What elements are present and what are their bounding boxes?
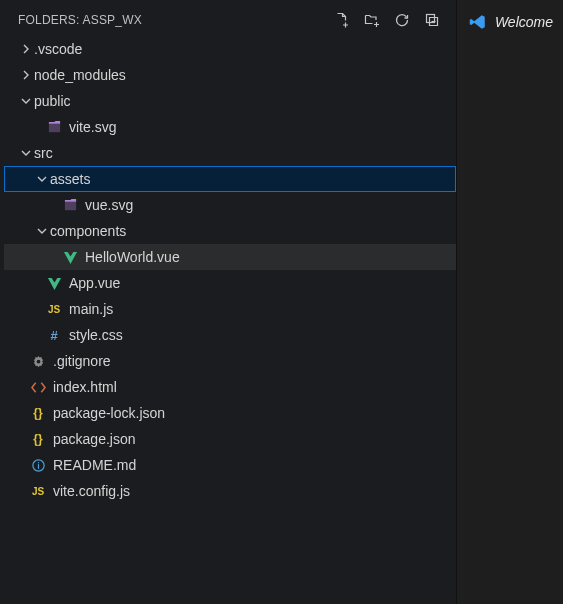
vue-file-icon: [46, 275, 62, 291]
file-tree: .vscode node_modules public vite.svg: [4, 36, 456, 504]
folder-components[interactable]: components: [4, 218, 456, 244]
file-helloworld-vue[interactable]: HelloWorld.vue: [4, 244, 456, 270]
file-vite-svg[interactable]: vite.svg: [4, 114, 456, 140]
chevron-down-icon: [18, 145, 34, 161]
folder-label: src: [34, 145, 53, 161]
explorer-toolbar: [334, 12, 444, 28]
file-index-html[interactable]: index.html: [4, 374, 456, 400]
file-label: HelloWorld.vue: [85, 249, 180, 265]
chevron-right-icon: [18, 41, 34, 57]
tab-bar: Welcome: [457, 0, 563, 38]
folder-label: components: [50, 223, 126, 239]
collapse-all-icon[interactable]: [424, 12, 440, 28]
svg-file-icon: [62, 197, 78, 213]
file-app-vue[interactable]: App.vue: [4, 270, 456, 296]
explorer-header: FOLDERS: ASSP_WX: [4, 6, 456, 36]
folder-label: node_modules: [34, 67, 126, 83]
file-label: vite.svg: [69, 119, 116, 135]
file-readme[interactable]: README.md: [4, 452, 456, 478]
js-file-icon: JS: [30, 483, 46, 499]
json-file-icon: {}: [30, 431, 46, 447]
refresh-icon[interactable]: [394, 12, 410, 28]
file-label: package.json: [53, 431, 136, 447]
file-label: README.md: [53, 457, 136, 473]
file-label: App.vue: [69, 275, 120, 291]
file-vue-svg[interactable]: vue.svg: [4, 192, 456, 218]
folder-src[interactable]: src: [4, 140, 456, 166]
file-style-css[interactable]: # style.css: [4, 322, 456, 348]
gear-icon: [30, 353, 46, 369]
folder-assets[interactable]: assets: [4, 166, 456, 192]
file-label: .gitignore: [53, 353, 111, 369]
tab-label: Welcome: [495, 14, 553, 30]
info-file-icon: [30, 457, 46, 473]
chevron-right-icon: [18, 67, 34, 83]
explorer-project-name: ASSP_WX: [82, 13, 141, 27]
svg-file-icon: [46, 119, 62, 135]
file-label: style.css: [69, 327, 123, 343]
new-file-icon[interactable]: [334, 12, 350, 28]
js-file-icon: JS: [46, 301, 62, 317]
editor-area: Welcome: [456, 0, 563, 604]
folder-label: assets: [50, 171, 90, 187]
svg-rect-1: [48, 123, 59, 131]
file-gitignore[interactable]: .gitignore: [4, 348, 456, 374]
new-folder-icon[interactable]: [364, 12, 380, 28]
json-file-icon: {}: [30, 405, 46, 421]
folder-node-modules[interactable]: node_modules: [4, 62, 456, 88]
css-file-icon: #: [46, 327, 62, 343]
vscode-logo-icon: [469, 13, 487, 31]
file-package-lock[interactable]: {} package-lock.json: [4, 400, 456, 426]
chevron-down-icon: [34, 171, 50, 187]
explorer-title-prefix: FOLDERS:: [18, 13, 82, 27]
tab-welcome[interactable]: Welcome: [457, 6, 563, 38]
explorer-sidebar: FOLDERS: ASSP_WX: [0, 0, 456, 604]
vue-file-icon: [62, 249, 78, 265]
folder-vscode[interactable]: .vscode: [4, 36, 456, 62]
svg-rect-2: [64, 201, 75, 209]
chevron-down-icon: [34, 223, 50, 239]
folder-label: public: [34, 93, 71, 109]
file-main-js[interactable]: JS main.js: [4, 296, 456, 322]
file-label: package-lock.json: [53, 405, 165, 421]
folder-label: .vscode: [34, 41, 82, 57]
file-vite-config[interactable]: JS vite.config.js: [4, 478, 456, 504]
file-label: main.js: [69, 301, 113, 317]
explorer-title: FOLDERS: ASSP_WX: [18, 13, 334, 27]
chevron-down-icon: [18, 93, 34, 109]
file-label: vue.svg: [85, 197, 133, 213]
file-label: index.html: [53, 379, 117, 395]
file-label: vite.config.js: [53, 483, 130, 499]
folder-public[interactable]: public: [4, 88, 456, 114]
file-package-json[interactable]: {} package.json: [4, 426, 456, 452]
html-file-icon: [30, 379, 46, 395]
